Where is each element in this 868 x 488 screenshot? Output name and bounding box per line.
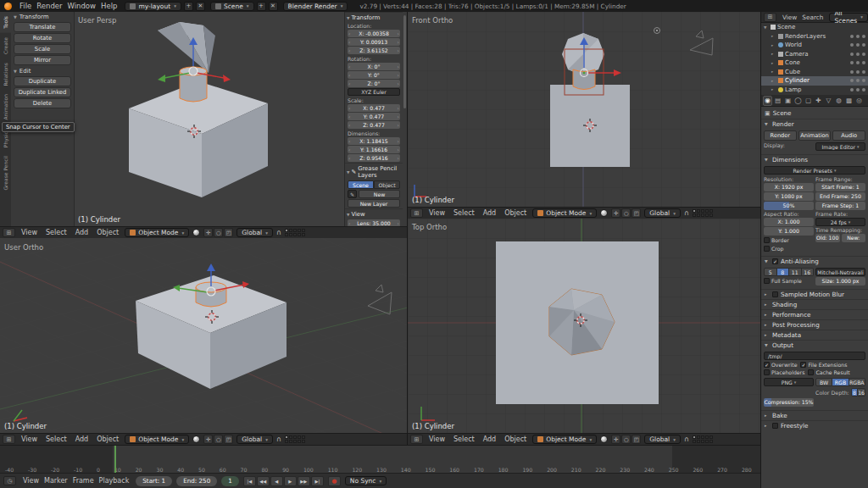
checkbox-icon[interactable] bbox=[808, 369, 814, 375]
layer-dot[interactable] bbox=[709, 214, 713, 217]
layer-grid[interactable] bbox=[693, 435, 713, 443]
checkbox-icon[interactable] bbox=[764, 246, 770, 252]
viewport-shading-icon[interactable] bbox=[192, 229, 200, 236]
sample-count-button[interactable]: 16 bbox=[802, 268, 815, 276]
channel-button[interactable]: BW bbox=[815, 378, 832, 386]
outliner-item-renderlayers[interactable]: ▸RenderLayers bbox=[761, 32, 868, 42]
layer-dot[interactable] bbox=[285, 233, 288, 236]
tab-scene[interactable]: ▣ bbox=[783, 96, 793, 106]
border-crop-checkbox[interactable]: Crop bbox=[764, 246, 783, 252]
y-axis-handle[interactable] bbox=[583, 72, 586, 75]
sample-count-button[interactable]: 5 bbox=[764, 268, 777, 276]
layer-dot[interactable] bbox=[693, 440, 696, 443]
timeline-menu[interactable]: Frame bbox=[70, 477, 97, 485]
color-depth-button[interactable]: 16 bbox=[858, 388, 865, 396]
menu-view[interactable]: View bbox=[19, 229, 40, 236]
rotate-manipulator-icon[interactable]: ○ bbox=[621, 435, 631, 444]
checkbox-icon[interactable] bbox=[764, 237, 770, 243]
dimension-field[interactable]: Y: 1.16616 bbox=[348, 146, 400, 153]
add-scene-button[interactable]: + bbox=[257, 2, 266, 11]
output-checkbox[interactable]: Cache Result bbox=[808, 369, 849, 375]
play-reverse-button[interactable]: ◀ bbox=[270, 476, 283, 486]
selectability-icon[interactable] bbox=[856, 35, 860, 38]
layer-dot[interactable] bbox=[285, 229, 288, 232]
shelf-tab[interactable]: Grease Pencil bbox=[0, 152, 11, 195]
mode-dropdown[interactable]: Object Mode▾ bbox=[125, 435, 189, 444]
new-grease-button[interactable]: New bbox=[359, 190, 400, 198]
layer-dot[interactable] bbox=[693, 209, 696, 213]
selectability-icon[interactable] bbox=[856, 88, 860, 92]
end-frame-field[interactable]: End Frame: 250 bbox=[815, 192, 865, 201]
panel-dimensions[interactable]: ▼ Dimensions bbox=[761, 154, 868, 164]
layer-dot[interactable] bbox=[302, 435, 305, 439]
visibility-icon[interactable] bbox=[850, 61, 854, 64]
rotate-manipulator-icon[interactable]: ○ bbox=[621, 208, 631, 218]
layer-dot[interactable] bbox=[693, 435, 696, 439]
layer-grid[interactable] bbox=[285, 435, 305, 443]
scene-dropdown[interactable]: Scene ▾ bbox=[210, 2, 254, 11]
checkbox-icon[interactable] bbox=[764, 369, 770, 375]
channel-button[interactable]: RGBA bbox=[849, 378, 865, 386]
disclosure-icon[interactable]: ▸ bbox=[771, 79, 776, 83]
timeline-menu[interactable]: Marker bbox=[42, 477, 70, 485]
layer-dot[interactable] bbox=[693, 214, 696, 217]
layer-dot[interactable] bbox=[293, 233, 297, 236]
tool-button-translate[interactable]: Translate bbox=[14, 22, 71, 32]
panel-metadata[interactable]: ▸Metadata bbox=[761, 330, 868, 340]
tab-constraints[interactable]: ✚ bbox=[814, 96, 823, 106]
jump-to-next-keyframe-button[interactable]: ▶▶ bbox=[298, 476, 310, 486]
layer-dot[interactable] bbox=[709, 209, 713, 213]
render-action-button[interactable]: Audio bbox=[832, 130, 865, 141]
layer-dot[interactable] bbox=[285, 440, 288, 443]
rotation-field[interactable]: X: 0° bbox=[348, 63, 400, 70]
cube-object[interactable] bbox=[550, 85, 630, 167]
outliner-menu[interactable]: Search bbox=[799, 14, 826, 21]
tool-button-rotate[interactable]: Rotate bbox=[14, 33, 71, 43]
layer-dot[interactable] bbox=[289, 233, 292, 236]
editor-type-button[interactable]: ⊞ bbox=[410, 208, 423, 218]
checkbox-icon[interactable]: ✓ bbox=[800, 362, 806, 368]
menu-add[interactable]: Add bbox=[73, 435, 92, 443]
translate-manipulator-icon[interactable]: ✛ bbox=[203, 228, 213, 237]
orientation-dropdown[interactable]: Global▾ bbox=[644, 435, 681, 444]
disclosure-icon[interactable]: ▸ bbox=[771, 52, 776, 56]
rotate-manipulator-icon[interactable]: ○ bbox=[214, 228, 223, 237]
lens-field[interactable]: Lens: 35.000 bbox=[348, 219, 400, 226]
layer-dot[interactable] bbox=[298, 435, 301, 439]
layer-dot[interactable] bbox=[302, 229, 305, 232]
filter-size-field[interactable]: Size: 1.000 px bbox=[815, 277, 865, 286]
orientation-dropdown[interactable]: Global▾ bbox=[236, 228, 273, 237]
layer-dot[interactable] bbox=[293, 229, 297, 232]
frame-rate-dropdown[interactable]: 24 fps ▾ bbox=[815, 218, 865, 226]
delete-scene-button[interactable]: ✕ bbox=[269, 2, 278, 11]
location-field[interactable]: X: -0.00358 bbox=[348, 30, 400, 37]
new-layer-button[interactable]: New Layer bbox=[348, 199, 400, 208]
tab-render-layers[interactable]: ▤ bbox=[773, 96, 782, 106]
rotate-manipulator-icon[interactable]: ○ bbox=[214, 435, 223, 444]
shelf-panel-header[interactable]: ▼Edit bbox=[11, 66, 74, 75]
grease-source-toggle[interactable]: Scene bbox=[348, 180, 374, 189]
panel-output[interactable]: ▼ Output bbox=[761, 340, 868, 350]
scale-field[interactable]: Z: 0.477 bbox=[348, 121, 400, 129]
viewport-shading-icon[interactable] bbox=[600, 435, 608, 443]
layer-dot[interactable] bbox=[705, 440, 709, 443]
output-checkbox[interactable]: ✓File Extensions bbox=[800, 362, 847, 368]
layout-dropdown[interactable]: my-layout ▾ bbox=[125, 2, 181, 11]
outliner-menu[interactable]: View bbox=[780, 14, 799, 21]
panel-anti-aliasing[interactable]: ▼ ✓ Anti-Aliasing bbox=[761, 256, 868, 266]
shelf-tab[interactable]: Tools bbox=[0, 12, 11, 33]
visibility-icon[interactable] bbox=[850, 79, 854, 82]
outliner-item-camera[interactable]: ▸Camera bbox=[761, 50, 868, 59]
scale-field[interactable]: X: 0.477 bbox=[348, 104, 400, 112]
menu-view[interactable]: View bbox=[19, 435, 40, 443]
outliner-item-world[interactable]: ▸World bbox=[761, 41, 868, 50]
rotation-field[interactable]: Y: 0° bbox=[348, 71, 400, 79]
output-checkbox[interactable]: ✓Overwrite bbox=[764, 362, 797, 368]
renderability-icon[interactable] bbox=[862, 53, 865, 56]
layer-dot[interactable] bbox=[709, 440, 713, 443]
outliner-item-cube[interactable]: ▸Cube bbox=[761, 68, 868, 77]
resolution-x-field[interactable]: X: 1920 px bbox=[764, 183, 814, 191]
layer-dot[interactable] bbox=[289, 229, 292, 232]
panel-post-processing[interactable]: ▸Post Processing bbox=[761, 319, 868, 330]
panel-render[interactable]: ▼ Render bbox=[761, 119, 868, 129]
